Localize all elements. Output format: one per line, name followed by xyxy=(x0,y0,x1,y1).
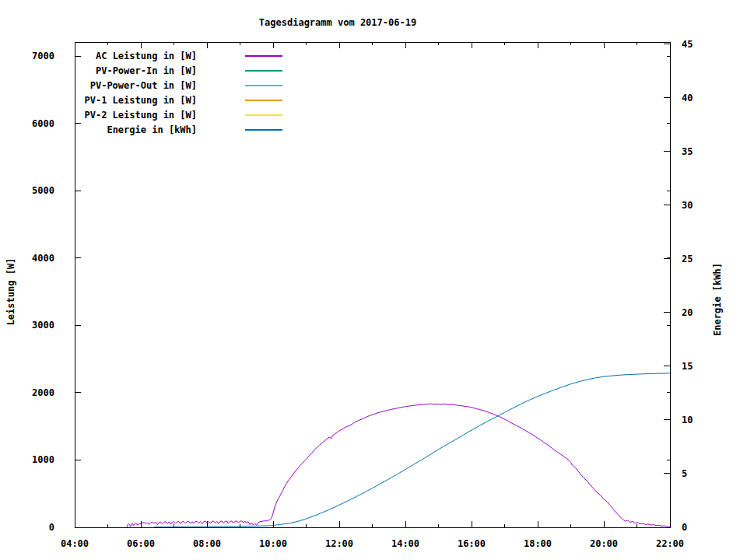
legend-item-1: PV-Power-In in [W] xyxy=(75,63,282,78)
legend-label: AC Leistung in [W] xyxy=(75,51,197,61)
x-tick-label: 22:00 xyxy=(656,538,684,549)
y-right-tick-label: 10 xyxy=(682,415,693,425)
legend-label: PV-2 Leistung in [W] xyxy=(75,110,197,121)
y-right-tick-label: 35 xyxy=(682,146,693,157)
y-left-tick-label: 2000 xyxy=(32,387,54,398)
y-right-tick-label: 25 xyxy=(682,254,693,264)
x-axis-tick-labels: 04:0006:0008:0010:0012:0014:0016:0018:00… xyxy=(61,538,684,549)
legend-label: Energie in [kWh] xyxy=(75,124,197,135)
chart-title: Tagesdiagramm vom 2017-06-19 xyxy=(259,17,416,28)
y-right-tick-label: 15 xyxy=(682,361,693,372)
y-left-tick-label: 3000 xyxy=(32,320,54,331)
legend-item-4: PV-2 Leistung in [W] xyxy=(75,107,282,122)
x-tick-label: 16:00 xyxy=(458,538,486,549)
y-axis-right-tick-labels: 051015202530354045 xyxy=(682,39,693,533)
y-right-tick-label: 0 xyxy=(682,522,687,533)
legend-line-swatch xyxy=(245,100,282,101)
x-tick-label: 12:00 xyxy=(325,538,353,549)
y-right-tick-label: 20 xyxy=(682,307,693,318)
legend-line-swatch xyxy=(245,70,282,72)
y-right-tick-label: 5 xyxy=(682,468,687,479)
chart-canvas: 04:0006:0008:0010:0012:0014:0016:0018:00… xyxy=(0,0,747,560)
y-axis-right-label: Energie [kWh] xyxy=(712,263,723,336)
series-lines xyxy=(127,373,670,527)
y-left-tick-label: 1000 xyxy=(32,454,54,465)
x-tick-label: 18:00 xyxy=(524,538,552,549)
series-line-5 xyxy=(154,373,670,527)
legend-line-swatch xyxy=(245,129,282,131)
y-left-tick-label: 0 xyxy=(49,522,54,533)
legend-line-swatch xyxy=(245,85,282,86)
legend-item-2: PV-Power-Out in [W] xyxy=(75,78,282,93)
legend-item-5: Energie in [kWh] xyxy=(75,122,282,137)
y-right-tick-label: 30 xyxy=(682,200,693,211)
y-left-tick-label: 7000 xyxy=(32,51,54,61)
y-left-tick-label: 4000 xyxy=(32,253,54,264)
legend-item-3: PV-1 Leistung in [W] xyxy=(75,93,282,107)
legend-item-0: AC Leistung in [W] xyxy=(75,48,282,63)
legend-label: PV-1 Leistung in [W] xyxy=(75,95,197,106)
legend-label: PV-Power-In in [W] xyxy=(75,65,197,76)
x-tick-label: 14:00 xyxy=(391,538,419,549)
x-tick-label: 06:00 xyxy=(127,538,155,549)
legend-line-swatch xyxy=(245,55,282,57)
y-axis-right-ticks xyxy=(664,44,670,527)
x-tick-label: 20:00 xyxy=(590,538,618,549)
legend-line-swatch xyxy=(245,114,282,116)
y-right-tick-label: 45 xyxy=(682,39,693,50)
y-left-tick-label: 6000 xyxy=(32,118,54,129)
y-right-tick-label: 40 xyxy=(682,93,693,103)
x-tick-label: 04:00 xyxy=(61,538,89,549)
legend: AC Leistung in [W]PV-Power-In in [W]PV-P… xyxy=(75,48,282,137)
x-tick-label: 10:00 xyxy=(259,538,287,549)
y-axis-left-label: Leistung [W] xyxy=(5,258,16,326)
x-tick-label: 08:00 xyxy=(193,538,221,549)
y-axis-left-tick-labels: 01000200030004000500060007000 xyxy=(32,51,54,533)
y-left-tick-label: 5000 xyxy=(32,185,54,196)
legend-label: PV-Power-Out in [W] xyxy=(75,80,197,91)
series-line-0 xyxy=(127,404,670,527)
